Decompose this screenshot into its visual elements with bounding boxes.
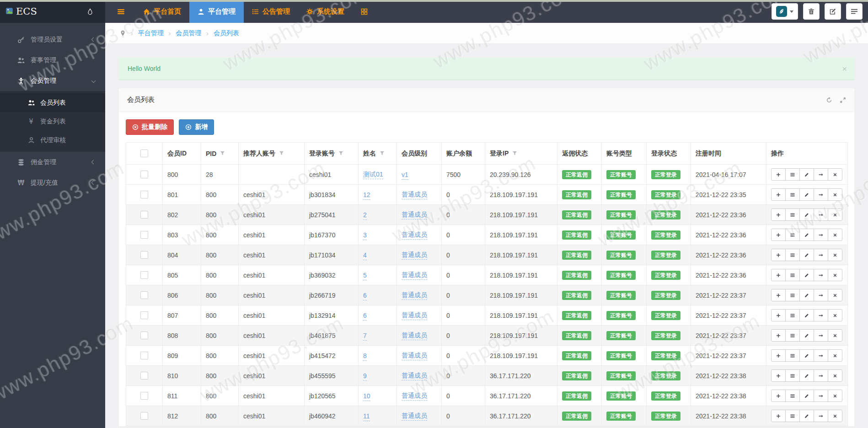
- delete-button[interactable]: [828, 188, 842, 201]
- transfer-button[interactable]: [814, 309, 828, 321]
- edit-button[interactable]: [799, 188, 814, 201]
- name-link[interactable]: 7: [363, 332, 367, 341]
- status-badge[interactable]: 正常账号: [606, 251, 636, 260]
- sidebar-item-commission-manage[interactable]: 佣金管理: [0, 152, 105, 172]
- row-checkbox[interactable]: [140, 191, 148, 198]
- detail-button[interactable]: [785, 249, 800, 261]
- row-checkbox[interactable]: [140, 231, 148, 239]
- edit-button[interactable]: [799, 289, 814, 301]
- sidebar-item-admin-settings[interactable]: 管理员设置: [0, 29, 105, 50]
- name-link[interactable]: 4: [363, 251, 367, 260]
- list-button[interactable]: [846, 3, 863, 20]
- sidebar-item-match-manage[interactable]: 赛事管理: [0, 50, 105, 70]
- nav-item-home[interactable]: 平台首页: [135, 0, 189, 23]
- status-badge[interactable]: 正常登录: [651, 331, 680, 340]
- status-badge[interactable]: 正常账号: [606, 391, 636, 401]
- add-button[interactable]: [771, 229, 786, 241]
- detail-button[interactable]: [785, 168, 800, 181]
- detail-button[interactable]: [785, 369, 800, 382]
- status-badge[interactable]: 正常登录: [651, 210, 680, 219]
- status-badge[interactable]: 正常返佣: [562, 230, 591, 240]
- sidebar-item-withdraw-recharge[interactable]: ₩提现/充值: [0, 172, 105, 193]
- level-link[interactable]: 普通成员: [402, 311, 427, 320]
- detail-button[interactable]: [785, 289, 800, 301]
- delete-button[interactable]: [828, 369, 842, 382]
- status-badge[interactable]: 正常登录: [651, 170, 680, 179]
- status-badge[interactable]: 正常返佣: [562, 291, 591, 300]
- transfer-button[interactable]: [814, 390, 828, 402]
- level-link[interactable]: 普通成员: [402, 271, 427, 280]
- name-link[interactable]: 9: [363, 372, 367, 381]
- level-link[interactable]: 普通成员: [402, 352, 427, 360]
- add-button[interactable]: 新增: [179, 119, 214, 135]
- name-link[interactable]: 12: [363, 191, 370, 200]
- row-checkbox[interactable]: [140, 332, 148, 339]
- add-button[interactable]: [771, 410, 786, 422]
- status-badge[interactable]: 正常登录: [651, 251, 680, 260]
- filter-icon[interactable]: [512, 151, 517, 156]
- delete-button[interactable]: [828, 410, 842, 422]
- transfer-button[interactable]: [814, 168, 828, 181]
- transfer-button[interactable]: [814, 209, 828, 221]
- name-link[interactable]: 8: [363, 352, 367, 361]
- level-link[interactable]: v1: [402, 171, 408, 180]
- status-badge[interactable]: 正常登录: [651, 412, 680, 421]
- detail-button[interactable]: [785, 269, 800, 281]
- edit-button[interactable]: [799, 168, 814, 181]
- level-link[interactable]: 普通成员: [402, 251, 427, 260]
- nav-item-platform[interactable]: 平台管理: [189, 0, 244, 23]
- droplet-icon[interactable]: [87, 8, 93, 15]
- status-badge[interactable]: 正常登录: [651, 291, 680, 300]
- level-link[interactable]: 普通成员: [402, 372, 427, 380]
- delete-button[interactable]: [828, 289, 842, 301]
- transfer-button[interactable]: [814, 349, 828, 362]
- edit-button[interactable]: [799, 269, 814, 281]
- status-badge[interactable]: 正常登录: [651, 351, 680, 360]
- name-link[interactable]: 10: [363, 392, 370, 401]
- status-badge[interactable]: 正常账号: [606, 412, 636, 421]
- nav-item-system[interactable]: 系统设置: [298, 0, 353, 23]
- status-badge[interactable]: 正常返佣: [562, 190, 591, 199]
- transfer-button[interactable]: [814, 188, 828, 201]
- expand-icon[interactable]: [840, 97, 846, 103]
- level-link[interactable]: 普通成员: [402, 291, 427, 300]
- name-link[interactable]: 5: [363, 272, 367, 280]
- status-badge[interactable]: 正常登录: [651, 190, 680, 199]
- status-badge[interactable]: 正常登录: [651, 391, 680, 401]
- status-badge[interactable]: 正常账号: [606, 371, 636, 380]
- extension-button[interactable]: [772, 3, 798, 20]
- add-button[interactable]: [771, 390, 786, 402]
- transfer-button[interactable]: [814, 249, 828, 261]
- status-badge[interactable]: 正常登录: [651, 271, 680, 280]
- add-button[interactable]: [771, 329, 786, 342]
- level-link[interactable]: 普通成员: [402, 412, 427, 421]
- level-link[interactable]: 普通成员: [402, 191, 427, 199]
- row-checkbox[interactable]: [140, 372, 148, 380]
- status-badge[interactable]: 正常账号: [606, 170, 636, 179]
- edit-button[interactable]: [799, 349, 814, 362]
- transfer-button[interactable]: [814, 269, 828, 281]
- status-badge[interactable]: 正常账号: [606, 311, 636, 320]
- row-checkbox[interactable]: [140, 412, 148, 420]
- status-badge[interactable]: 正常账号: [606, 190, 636, 199]
- nav-item-notice[interactable]: 公告管理: [244, 0, 298, 23]
- status-badge[interactable]: 正常返佣: [562, 351, 591, 360]
- alert-close-icon[interactable]: ×: [842, 58, 847, 80]
- detail-button[interactable]: [785, 229, 800, 241]
- status-badge[interactable]: 正常返佣: [562, 170, 591, 179]
- name-link[interactable]: 11: [363, 412, 370, 421]
- name-link[interactable]: 3: [363, 231, 367, 240]
- name-link[interactable]: 2: [363, 211, 367, 220]
- row-checkbox[interactable]: [140, 291, 148, 299]
- delete-button[interactable]: [828, 229, 842, 241]
- level-link[interactable]: 普通成员: [402, 231, 427, 240]
- status-badge[interactable]: 正常返佣: [562, 371, 591, 380]
- name-link[interactable]: 6: [363, 292, 367, 300]
- status-badge[interactable]: 正常返佣: [562, 412, 591, 421]
- detail-button[interactable]: [785, 188, 800, 201]
- sidebar-item-member-manage[interactable]: 会员管理: [0, 70, 105, 91]
- delete-button[interactable]: [828, 269, 842, 281]
- filter-icon[interactable]: [279, 151, 284, 156]
- status-badge[interactable]: 正常账号: [606, 271, 636, 280]
- row-checkbox[interactable]: [140, 352, 148, 359]
